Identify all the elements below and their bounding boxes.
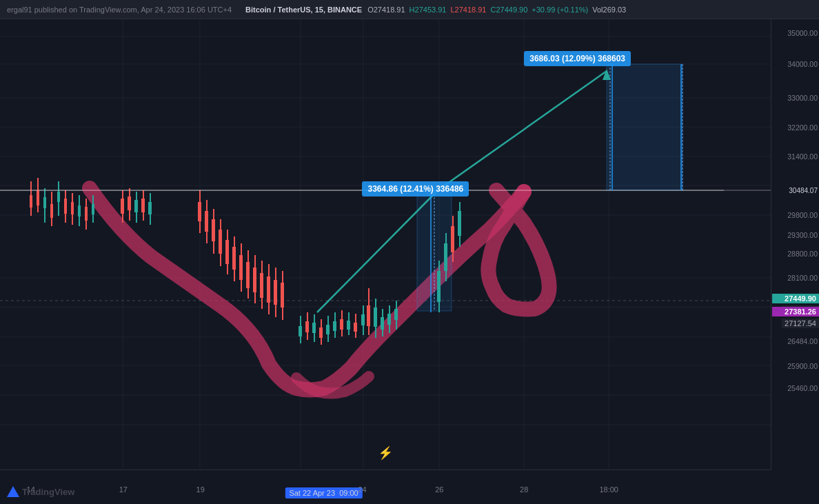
ohlc-o: O27418.91 xyxy=(367,6,405,14)
svg-rect-70 xyxy=(232,247,236,270)
y-axis: 35000.00 34000.00 33000.00 32200.00 3140… xyxy=(771,19,819,470)
svg-line-28 xyxy=(438,71,607,190)
ohlc-l: L27418.91 xyxy=(450,6,486,14)
svg-rect-72 xyxy=(239,255,243,280)
price-33000: 33000.00 xyxy=(787,94,818,102)
svg-rect-74 xyxy=(246,262,250,288)
measurement-tooltip-2: 3686.03 (12.09%) 368603 xyxy=(524,51,631,66)
measurement-tooltip-1: 3364.86 (12.41%) 336486 xyxy=(362,181,469,196)
candles-17 xyxy=(121,188,152,225)
svg-rect-56 xyxy=(141,199,145,212)
price-35000: 35000.00 xyxy=(787,29,818,37)
chart-header: ergal91 published on TradingView.com, Ap… xyxy=(0,0,819,19)
ohlc-bar: O27418.91 H27453.91 L27418.91 C27449.90 … xyxy=(367,6,626,14)
price-29300: 29300.00 xyxy=(787,231,818,239)
svg-rect-78 xyxy=(260,273,263,298)
ohlc-h: H27453.91 xyxy=(410,6,447,14)
svg-rect-44 xyxy=(78,205,81,216)
x-label-26: 26 xyxy=(435,485,443,494)
price-28100: 28100.00 xyxy=(787,274,818,282)
price-badge-4: 27127.54 xyxy=(782,319,819,328)
svg-rect-102 xyxy=(354,323,357,332)
ohlc-c: C27449.90 xyxy=(490,6,527,14)
svg-rect-58 xyxy=(148,202,152,214)
svg-rect-24 xyxy=(607,64,682,190)
price-badge-purple: 27381.26 xyxy=(772,307,819,316)
ohlc-chg: +30.99 (+0.11%) xyxy=(532,6,588,14)
svg-rect-112 xyxy=(387,314,391,325)
svg-rect-118 xyxy=(444,243,447,271)
svg-rect-96 xyxy=(333,321,336,331)
svg-rect-108 xyxy=(374,308,377,327)
svg-rect-76 xyxy=(253,268,256,292)
price-29800: 29800.00 xyxy=(787,211,818,219)
svg-rect-116 xyxy=(437,271,441,302)
price-34000: 34000.00 xyxy=(787,60,818,68)
svg-rect-104 xyxy=(361,314,365,325)
x-axis: 14 17 19 Sat 22 Apr 23 09:00 24 26 28 18… xyxy=(0,470,771,504)
x-label-24: 24 xyxy=(358,485,366,494)
svg-rect-88 xyxy=(305,321,309,332)
svg-rect-92 xyxy=(319,327,323,338)
svg-rect-54 xyxy=(134,200,138,212)
svg-rect-120 xyxy=(451,226,454,252)
svg-rect-32 xyxy=(37,190,39,205)
svg-rect-122 xyxy=(458,211,461,236)
svg-rect-42 xyxy=(71,202,74,214)
svg-rect-64 xyxy=(212,219,215,241)
svg-rect-46 xyxy=(85,207,88,221)
svg-rect-36 xyxy=(50,204,53,218)
price-badge-current: 27449.90 xyxy=(772,294,819,303)
svg-rect-62 xyxy=(205,211,208,232)
svg-rect-60 xyxy=(198,202,201,221)
x-label-28: 28 xyxy=(520,485,528,494)
price-32200: 32200.00 xyxy=(787,123,818,132)
svg-rect-94 xyxy=(326,325,330,334)
svg-rect-90 xyxy=(312,323,316,333)
svg-rect-40 xyxy=(64,199,67,214)
svg-rect-66 xyxy=(219,230,222,254)
tv-triangle-icon xyxy=(7,486,19,497)
svg-rect-100 xyxy=(347,321,350,330)
x-label-1800: 18:00 xyxy=(599,485,618,494)
price-30484: 30484.07 xyxy=(789,187,818,194)
candles-bottom xyxy=(299,288,398,345)
svg-rect-68 xyxy=(225,240,229,264)
price-25900: 25900.00 xyxy=(787,362,818,370)
svg-rect-30 xyxy=(30,195,32,208)
svg-rect-114 xyxy=(394,309,398,320)
svg-rect-86 xyxy=(299,326,302,336)
ohlc-vol: Vol269.03 xyxy=(592,6,626,14)
symbol-label: Bitcoin / TetherUS, 15, BINANCE xyxy=(245,6,362,14)
svg-rect-52 xyxy=(128,196,131,210)
tradingview-logo: TradingView xyxy=(7,486,74,497)
lightning-icon[interactable]: ⚡ xyxy=(378,445,393,461)
chart-canvas[interactable]: 3364.86 (12.41%) 336486 3686.03 (12.09%)… xyxy=(0,19,771,470)
price-26484: 26484.00 xyxy=(787,337,818,345)
svg-rect-34 xyxy=(43,197,46,208)
x-label-17: 17 xyxy=(119,485,128,494)
x-label-active: Sat 22 Apr 23 09:00 xyxy=(285,487,362,498)
svg-rect-98 xyxy=(340,319,343,330)
svg-rect-84 xyxy=(281,283,284,308)
price-25460: 25460.00 xyxy=(787,384,818,392)
price-28800: 28800.00 xyxy=(787,250,818,258)
svg-rect-106 xyxy=(367,305,370,326)
tv-logo-text: TradingView xyxy=(22,487,74,497)
svg-rect-80 xyxy=(267,276,270,303)
price-chart-svg xyxy=(0,19,771,470)
svg-rect-50 xyxy=(121,199,124,214)
svg-rect-110 xyxy=(381,317,384,330)
svg-rect-38 xyxy=(57,192,60,202)
svg-rect-48 xyxy=(92,204,94,214)
x-label-19: 19 xyxy=(196,485,205,494)
price-31400: 31400.00 xyxy=(787,152,818,161)
publisher-label: ergal91 published on TradingView.com, Ap… xyxy=(7,6,232,14)
svg-rect-82 xyxy=(274,280,277,305)
